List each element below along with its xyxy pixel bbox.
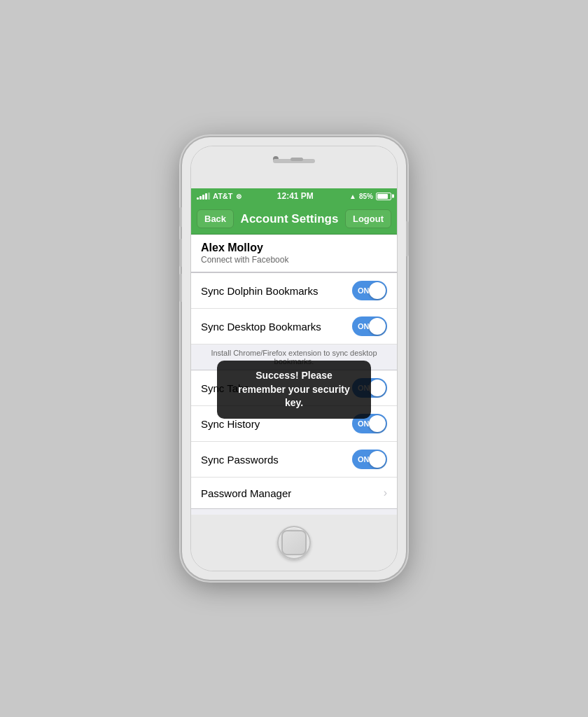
top-bezel	[191, 146, 397, 188]
signal-bar-2	[200, 196, 202, 200]
sync-history-label: Sync History	[201, 418, 260, 430]
phone-frame: AT&T ⊜ 12:41 PM ▲ 85% Back Account Setti…	[182, 137, 406, 580]
home-button[interactable]	[277, 526, 311, 559]
signal-bar-1	[197, 197, 199, 200]
toast-message: Success! Please remember your security k…	[238, 370, 350, 408]
chevron-right-icon: ›	[384, 487, 387, 499]
sync-dolphin-bookmarks-toggle[interactable]: ON	[352, 281, 387, 300]
content-area: Alex Molloy Connect with Facebook Sync D…	[191, 235, 397, 515]
bottom-bezel	[191, 515, 397, 571]
sync-desktop-bookmarks-toggle[interactable]: ON	[352, 316, 387, 336]
password-manager-label: Password Manager	[201, 487, 291, 499]
logout-button[interactable]: Logout	[345, 209, 391, 228]
nav-bar: Back Account Settings Logout	[191, 204, 397, 235]
signal-bar-5	[208, 193, 210, 200]
toast-notification: Success! Please remember your security k…	[217, 361, 371, 419]
user-subtitle[interactable]: Connect with Facebook	[201, 255, 387, 265]
user-name: Alex Molloy	[201, 242, 387, 254]
sync-desktop-bookmarks-item: Sync Desktop Bookmarks ON	[191, 309, 397, 344]
status-left: AT&T ⊜	[197, 192, 241, 200]
battery-fill	[377, 194, 388, 199]
sync-dolphin-bookmarks-label: Sync Dolphin Bookmarks	[201, 285, 318, 297]
status-bar: AT&T ⊜ 12:41 PM ▲ 85%	[191, 188, 397, 204]
password-manager-item[interactable]: Password Manager ›	[191, 478, 397, 508]
sync-desktop-bookmarks-label: Sync Desktop Bookmarks	[201, 321, 321, 333]
battery-icon	[376, 193, 391, 200]
back-button[interactable]: Back	[197, 209, 234, 228]
status-right: ▲ 85%	[349, 193, 391, 200]
sync-history-toggle-label: ON	[358, 419, 370, 428]
time-display: 12:41 PM	[277, 191, 314, 201]
home-button-inner	[281, 530, 307, 555]
signal-bar-4	[205, 193, 207, 200]
sync-passwords-label: Sync Passwords	[201, 454, 279, 466]
location-icon: ▲	[349, 193, 356, 200]
power-button[interactable]	[406, 221, 409, 256]
sync-desktop-toggle-label: ON	[358, 322, 370, 330]
user-section: Alex Molloy Connect with Facebook	[191, 235, 397, 272]
screen: AT&T ⊜ 12:41 PM ▲ 85% Back Account Setti…	[191, 188, 397, 515]
sync-passwords-toggle[interactable]: ON	[352, 450, 387, 469]
signal-icon	[197, 193, 210, 200]
sync-passwords-toggle-label: ON	[358, 455, 370, 464]
toggle-knob-3	[369, 380, 386, 396]
carrier-label: AT&T	[213, 192, 233, 200]
volume-up-button[interactable]	[179, 239, 182, 267]
sync-dolphin-toggle-label: ON	[358, 286, 370, 295]
toggle-knob-5	[369, 451, 386, 468]
toggle-knob-4	[369, 415, 386, 432]
mute-button[interactable]	[179, 207, 182, 227]
volume-down-button[interactable]	[179, 274, 182, 302]
battery-percent: 85%	[359, 193, 373, 200]
sync-passwords-item: Sync Passwords ON	[191, 442, 397, 478]
toggle-knob	[369, 282, 386, 299]
sensor	[290, 158, 303, 161]
signal-bar-3	[202, 195, 204, 200]
sync-dolphin-bookmarks-item: Sync Dolphin Bookmarks ON	[191, 273, 397, 309]
page-title: Account Settings	[241, 212, 339, 226]
phone-screen: AT&T ⊜ 12:41 PM ▲ 85% Back Account Setti…	[190, 146, 398, 571]
wifi-icon: ⊜	[236, 193, 241, 200]
toggle-knob-2	[369, 318, 386, 335]
